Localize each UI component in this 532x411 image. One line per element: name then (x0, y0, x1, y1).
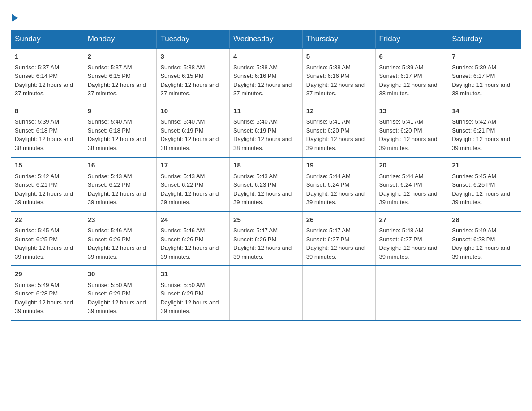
calendar-cell: 6Sunrise: 5:39 AMSunset: 6:17 PMDaylight… (375, 48, 448, 103)
day-number: 6 (379, 51, 445, 62)
day-number: 18 (233, 160, 299, 171)
day-number: 21 (452, 160, 517, 171)
day-number: 2 (88, 51, 153, 62)
day-number: 25 (233, 215, 299, 225)
day-number: 13 (379, 106, 445, 116)
calendar-cell: 5Sunrise: 5:38 AMSunset: 6:16 PMDaylight… (302, 48, 375, 103)
calendar-cell: 30Sunrise: 5:50 AMSunset: 6:29 PMDayligh… (84, 266, 157, 321)
day-number: 30 (88, 269, 153, 279)
calendar-cell (230, 266, 303, 321)
day-number: 27 (379, 215, 445, 225)
calendar-cell: 28Sunrise: 5:49 AMSunset: 6:28 PMDayligh… (448, 212, 521, 266)
calendar-cell: 18Sunrise: 5:43 AMSunset: 6:23 PMDayligh… (230, 157, 303, 212)
day-number: 8 (15, 106, 80, 116)
calendar-cell: 15Sunrise: 5:42 AMSunset: 6:21 PMDayligh… (11, 157, 84, 212)
calendar-cell: 16Sunrise: 5:43 AMSunset: 6:22 PMDayligh… (84, 157, 157, 212)
calendar-cell: 31Sunrise: 5:50 AMSunset: 6:29 PMDayligh… (157, 266, 230, 321)
day-header-thursday: Thursday (302, 30, 375, 49)
calendar-cell: 2Sunrise: 5:37 AMSunset: 6:15 PMDaylight… (84, 48, 157, 103)
calendar-cell: 14Sunrise: 5:42 AMSunset: 6:21 PMDayligh… (448, 103, 521, 158)
day-header-wednesday: Wednesday (230, 30, 303, 49)
calendar-cell: 11Sunrise: 5:40 AMSunset: 6:19 PMDayligh… (230, 103, 303, 158)
day-header-tuesday: Tuesday (157, 30, 230, 49)
calendar-cell: 19Sunrise: 5:44 AMSunset: 6:24 PMDayligh… (302, 157, 375, 212)
calendar-cell: 23Sunrise: 5:46 AMSunset: 6:26 PMDayligh… (84, 212, 157, 266)
calendar-cell: 27Sunrise: 5:48 AMSunset: 6:27 PMDayligh… (375, 212, 448, 266)
day-number: 28 (452, 215, 517, 225)
day-number: 17 (160, 160, 226, 171)
day-number: 7 (452, 51, 517, 62)
calendar-cell: 29Sunrise: 5:49 AMSunset: 6:28 PMDayligh… (11, 266, 84, 321)
day-number: 19 (306, 160, 372, 171)
calendar-header-row: SundayMondayTuesdayWednesdayThursdayFrid… (11, 30, 521, 49)
calendar-cell (375, 266, 448, 321)
calendar-cell: 13Sunrise: 5:41 AMSunset: 6:20 PMDayligh… (375, 103, 448, 158)
calendar-cell: 12Sunrise: 5:41 AMSunset: 6:20 PMDayligh… (302, 103, 375, 158)
day-number: 1 (15, 51, 80, 62)
day-number: 11 (233, 106, 299, 116)
day-header-monday: Monday (84, 30, 157, 49)
day-number: 15 (15, 160, 80, 171)
day-number: 4 (233, 51, 299, 62)
logo (11, 11, 19, 21)
day-number: 5 (306, 51, 372, 62)
calendar-cell: 8Sunrise: 5:39 AMSunset: 6:18 PMDaylight… (11, 103, 84, 158)
calendar-cell: 4Sunrise: 5:38 AMSunset: 6:16 PMDaylight… (230, 48, 303, 103)
calendar-table: SundayMondayTuesdayWednesdayThursdayFrid… (11, 30, 521, 321)
calendar-week-row: 22Sunrise: 5:45 AMSunset: 6:25 PMDayligh… (11, 212, 521, 266)
calendar-cell: 1Sunrise: 5:37 AMSunset: 6:14 PMDaylight… (11, 48, 84, 103)
day-header-sunday: Sunday (11, 30, 84, 49)
day-number: 23 (88, 215, 153, 225)
day-number: 10 (160, 106, 226, 116)
calendar-cell: 21Sunrise: 5:45 AMSunset: 6:25 PMDayligh… (448, 157, 521, 212)
day-number: 20 (379, 160, 445, 171)
calendar-week-row: 1Sunrise: 5:37 AMSunset: 6:14 PMDaylight… (11, 48, 521, 103)
day-number: 9 (88, 106, 153, 116)
day-header-saturday: Saturday (448, 30, 521, 49)
logo-arrow-icon (12, 14, 18, 22)
calendar-cell: 26Sunrise: 5:47 AMSunset: 6:27 PMDayligh… (302, 212, 375, 266)
page-header (11, 11, 521, 21)
calendar-cell: 20Sunrise: 5:44 AMSunset: 6:24 PMDayligh… (375, 157, 448, 212)
calendar-cell: 24Sunrise: 5:46 AMSunset: 6:26 PMDayligh… (157, 212, 230, 266)
calendar-cell: 25Sunrise: 5:47 AMSunset: 6:26 PMDayligh… (230, 212, 303, 266)
day-number: 3 (160, 51, 226, 62)
day-number: 22 (15, 215, 80, 225)
day-number: 16 (88, 160, 153, 171)
calendar-week-row: 8Sunrise: 5:39 AMSunset: 6:18 PMDaylight… (11, 103, 521, 158)
day-header-friday: Friday (375, 30, 448, 49)
calendar-cell: 3Sunrise: 5:38 AMSunset: 6:15 PMDaylight… (157, 48, 230, 103)
day-number: 14 (452, 106, 517, 116)
calendar-cell: 7Sunrise: 5:39 AMSunset: 6:17 PMDaylight… (448, 48, 521, 103)
calendar-week-row: 29Sunrise: 5:49 AMSunset: 6:28 PMDayligh… (11, 266, 521, 321)
calendar-cell (448, 266, 521, 321)
day-number: 26 (306, 215, 372, 225)
calendar-cell: 22Sunrise: 5:45 AMSunset: 6:25 PMDayligh… (11, 212, 84, 266)
day-number: 12 (306, 106, 372, 116)
day-number: 29 (15, 269, 80, 279)
day-number: 31 (160, 269, 226, 279)
calendar-cell: 9Sunrise: 5:40 AMSunset: 6:18 PMDaylight… (84, 103, 157, 158)
calendar-cell (302, 266, 375, 321)
calendar-cell: 17Sunrise: 5:43 AMSunset: 6:22 PMDayligh… (157, 157, 230, 212)
calendar-cell: 10Sunrise: 5:40 AMSunset: 6:19 PMDayligh… (157, 103, 230, 158)
calendar-week-row: 15Sunrise: 5:42 AMSunset: 6:21 PMDayligh… (11, 157, 521, 212)
day-number: 24 (160, 215, 226, 225)
